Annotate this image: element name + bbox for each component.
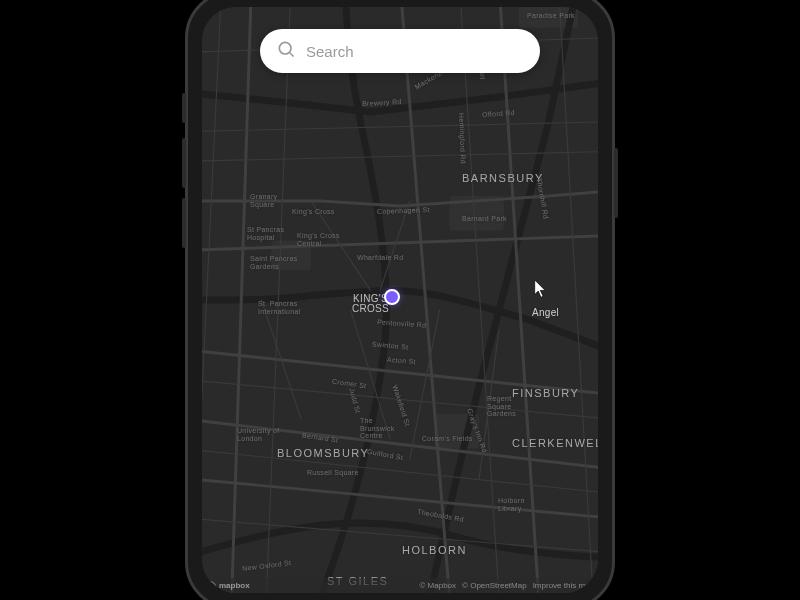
- svg-point-6: [207, 581, 215, 589]
- map-canvas[interactable]: BARNSBURY FINSBURY BLOOMSBURY CLERKENWEL…: [202, 7, 598, 593]
- svg-point-7: [210, 584, 213, 587]
- attrib-osm-link[interactable]: © OpenStreetMap: [462, 581, 527, 590]
- user-location-marker[interactable]: [384, 289, 400, 305]
- svg-point-4: [279, 42, 291, 54]
- app-screen: BARNSBURY FINSBURY BLOOMSBURY CLERKENWEL…: [202, 7, 598, 593]
- map-attribution: mapbox © Mapbox © OpenStreetMap Improve …: [202, 578, 598, 593]
- search-bar[interactable]: [260, 29, 540, 73]
- attrib-mapbox-link[interactable]: © Mapbox: [419, 581, 456, 590]
- attrib-improve-link[interactable]: Improve this map: [533, 581, 594, 590]
- search-icon: [276, 39, 296, 63]
- search-input[interactable]: [306, 43, 524, 60]
- mapbox-logo: mapbox: [206, 581, 250, 591]
- svg-line-5: [290, 53, 294, 57]
- phone-mockup: BARNSBURY FINSBURY BLOOMSBURY CLERKENWEL…: [185, 0, 615, 600]
